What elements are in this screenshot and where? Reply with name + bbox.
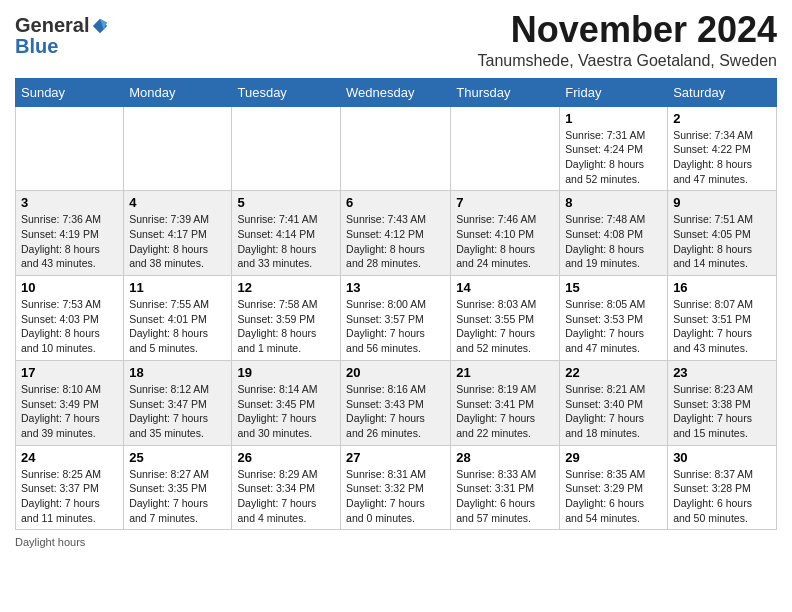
- day-number: 28: [456, 450, 554, 465]
- day-info: Sunrise: 8:16 AMSunset: 3:43 PMDaylight:…: [346, 382, 445, 441]
- col-saturday: Saturday: [668, 78, 777, 106]
- calendar-cell: 1Sunrise: 7:31 AMSunset: 4:24 PMDaylight…: [560, 106, 668, 191]
- day-info: Sunrise: 8:03 AMSunset: 3:55 PMDaylight:…: [456, 297, 554, 356]
- day-number: 30: [673, 450, 771, 465]
- calendar-cell: 23Sunrise: 8:23 AMSunset: 3:38 PMDayligh…: [668, 360, 777, 445]
- day-info: Sunrise: 7:39 AMSunset: 4:17 PMDaylight:…: [129, 212, 226, 271]
- day-number: 24: [21, 450, 118, 465]
- calendar-header-row: Sunday Monday Tuesday Wednesday Thursday…: [16, 78, 777, 106]
- day-number: 11: [129, 280, 226, 295]
- day-number: 25: [129, 450, 226, 465]
- day-number: 7: [456, 195, 554, 210]
- day-info: Sunrise: 8:19 AMSunset: 3:41 PMDaylight:…: [456, 382, 554, 441]
- day-info: Sunrise: 7:53 AMSunset: 4:03 PMDaylight:…: [21, 297, 118, 356]
- calendar-cell: [232, 106, 341, 191]
- page-title: November 2024: [478, 10, 777, 50]
- day-info: Sunrise: 8:23 AMSunset: 3:38 PMDaylight:…: [673, 382, 771, 441]
- calendar-cell: 16Sunrise: 8:07 AMSunset: 3:51 PMDayligh…: [668, 276, 777, 361]
- day-number: 5: [237, 195, 335, 210]
- calendar-cell: 28Sunrise: 8:33 AMSunset: 3:31 PMDayligh…: [451, 445, 560, 530]
- calendar-cell: 30Sunrise: 8:37 AMSunset: 3:28 PMDayligh…: [668, 445, 777, 530]
- logo-icon: [91, 17, 109, 35]
- calendar-cell: 17Sunrise: 8:10 AMSunset: 3:49 PMDayligh…: [16, 360, 124, 445]
- day-info: Sunrise: 7:43 AMSunset: 4:12 PMDaylight:…: [346, 212, 445, 271]
- calendar-cell: [341, 106, 451, 191]
- day-info: Sunrise: 8:29 AMSunset: 3:34 PMDaylight:…: [237, 467, 335, 526]
- header: General Blue November 2024 Tanumshede, V…: [15, 10, 777, 70]
- calendar-cell: 13Sunrise: 8:00 AMSunset: 3:57 PMDayligh…: [341, 276, 451, 361]
- day-info: Sunrise: 8:27 AMSunset: 3:35 PMDaylight:…: [129, 467, 226, 526]
- day-info: Sunrise: 8:25 AMSunset: 3:37 PMDaylight:…: [21, 467, 118, 526]
- calendar-cell: 8Sunrise: 7:48 AMSunset: 4:08 PMDaylight…: [560, 191, 668, 276]
- day-info: Sunrise: 8:10 AMSunset: 3:49 PMDaylight:…: [21, 382, 118, 441]
- day-info: Sunrise: 8:00 AMSunset: 3:57 PMDaylight:…: [346, 297, 445, 356]
- day-info: Sunrise: 8:21 AMSunset: 3:40 PMDaylight:…: [565, 382, 662, 441]
- day-number: 4: [129, 195, 226, 210]
- calendar-cell: 22Sunrise: 8:21 AMSunset: 3:40 PMDayligh…: [560, 360, 668, 445]
- day-number: 20: [346, 365, 445, 380]
- calendar-cell: 14Sunrise: 8:03 AMSunset: 3:55 PMDayligh…: [451, 276, 560, 361]
- day-number: 3: [21, 195, 118, 210]
- day-number: 1: [565, 111, 662, 126]
- footer-note: Daylight hours: [15, 536, 777, 548]
- day-number: 27: [346, 450, 445, 465]
- col-monday: Monday: [124, 78, 232, 106]
- logo: General Blue: [15, 10, 109, 58]
- title-area: November 2024 Tanumshede, Vaestra Goetal…: [478, 10, 777, 70]
- day-number: 16: [673, 280, 771, 295]
- day-number: 26: [237, 450, 335, 465]
- col-thursday: Thursday: [451, 78, 560, 106]
- calendar-cell: 5Sunrise: 7:41 AMSunset: 4:14 PMDaylight…: [232, 191, 341, 276]
- day-number: 14: [456, 280, 554, 295]
- calendar-week-row: 1Sunrise: 7:31 AMSunset: 4:24 PMDaylight…: [16, 106, 777, 191]
- calendar-cell: 19Sunrise: 8:14 AMSunset: 3:45 PMDayligh…: [232, 360, 341, 445]
- day-number: 9: [673, 195, 771, 210]
- day-number: 21: [456, 365, 554, 380]
- day-info: Sunrise: 7:48 AMSunset: 4:08 PMDaylight:…: [565, 212, 662, 271]
- day-info: Sunrise: 7:55 AMSunset: 4:01 PMDaylight:…: [129, 297, 226, 356]
- calendar-week-row: 24Sunrise: 8:25 AMSunset: 3:37 PMDayligh…: [16, 445, 777, 530]
- calendar-table: Sunday Monday Tuesday Wednesday Thursday…: [15, 78, 777, 531]
- subtitle: Tanumshede, Vaestra Goetaland, Sweden: [478, 52, 777, 70]
- col-tuesday: Tuesday: [232, 78, 341, 106]
- day-number: 2: [673, 111, 771, 126]
- calendar-cell: 15Sunrise: 8:05 AMSunset: 3:53 PMDayligh…: [560, 276, 668, 361]
- calendar-cell: 9Sunrise: 7:51 AMSunset: 4:05 PMDaylight…: [668, 191, 777, 276]
- calendar-cell: 25Sunrise: 8:27 AMSunset: 3:35 PMDayligh…: [124, 445, 232, 530]
- calendar-cell: [451, 106, 560, 191]
- day-info: Sunrise: 7:58 AMSunset: 3:59 PMDaylight:…: [237, 297, 335, 356]
- calendar-cell: 10Sunrise: 7:53 AMSunset: 4:03 PMDayligh…: [16, 276, 124, 361]
- day-info: Sunrise: 8:14 AMSunset: 3:45 PMDaylight:…: [237, 382, 335, 441]
- calendar-cell: 12Sunrise: 7:58 AMSunset: 3:59 PMDayligh…: [232, 276, 341, 361]
- day-info: Sunrise: 7:41 AMSunset: 4:14 PMDaylight:…: [237, 212, 335, 271]
- calendar-cell: 18Sunrise: 8:12 AMSunset: 3:47 PMDayligh…: [124, 360, 232, 445]
- calendar-cell: 20Sunrise: 8:16 AMSunset: 3:43 PMDayligh…: [341, 360, 451, 445]
- col-sunday: Sunday: [16, 78, 124, 106]
- day-info: Sunrise: 7:34 AMSunset: 4:22 PMDaylight:…: [673, 128, 771, 187]
- calendar-cell: 21Sunrise: 8:19 AMSunset: 3:41 PMDayligh…: [451, 360, 560, 445]
- calendar-cell: 4Sunrise: 7:39 AMSunset: 4:17 PMDaylight…: [124, 191, 232, 276]
- calendar-cell: 7Sunrise: 7:46 AMSunset: 4:10 PMDaylight…: [451, 191, 560, 276]
- day-info: Sunrise: 8:31 AMSunset: 3:32 PMDaylight:…: [346, 467, 445, 526]
- calendar-week-row: 3Sunrise: 7:36 AMSunset: 4:19 PMDaylight…: [16, 191, 777, 276]
- day-number: 19: [237, 365, 335, 380]
- calendar-cell: 24Sunrise: 8:25 AMSunset: 3:37 PMDayligh…: [16, 445, 124, 530]
- calendar-week-row: 10Sunrise: 7:53 AMSunset: 4:03 PMDayligh…: [16, 276, 777, 361]
- calendar-cell: 29Sunrise: 8:35 AMSunset: 3:29 PMDayligh…: [560, 445, 668, 530]
- day-info: Sunrise: 8:07 AMSunset: 3:51 PMDaylight:…: [673, 297, 771, 356]
- day-number: 8: [565, 195, 662, 210]
- day-info: Sunrise: 8:35 AMSunset: 3:29 PMDaylight:…: [565, 467, 662, 526]
- day-info: Sunrise: 7:36 AMSunset: 4:19 PMDaylight:…: [21, 212, 118, 271]
- day-info: Sunrise: 8:33 AMSunset: 3:31 PMDaylight:…: [456, 467, 554, 526]
- calendar-cell: 11Sunrise: 7:55 AMSunset: 4:01 PMDayligh…: [124, 276, 232, 361]
- calendar-cell: [16, 106, 124, 191]
- day-number: 12: [237, 280, 335, 295]
- col-wednesday: Wednesday: [341, 78, 451, 106]
- calendar-cell: 27Sunrise: 8:31 AMSunset: 3:32 PMDayligh…: [341, 445, 451, 530]
- day-info: Sunrise: 7:46 AMSunset: 4:10 PMDaylight:…: [456, 212, 554, 271]
- logo-general-text: General: [15, 14, 89, 37]
- day-info: Sunrise: 7:51 AMSunset: 4:05 PMDaylight:…: [673, 212, 771, 271]
- calendar-cell: 26Sunrise: 8:29 AMSunset: 3:34 PMDayligh…: [232, 445, 341, 530]
- day-number: 29: [565, 450, 662, 465]
- day-number: 6: [346, 195, 445, 210]
